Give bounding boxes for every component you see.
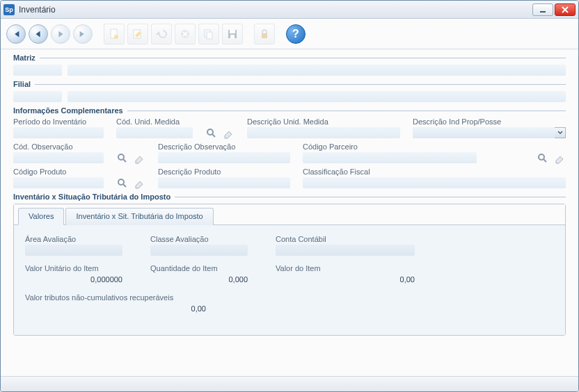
quantidade-value[interactable] — [150, 274, 248, 285]
lock-button[interactable] — [254, 24, 275, 44]
matriz-code-field — [13, 65, 62, 76]
classe-avaliacao-label: Classe Avaliação — [150, 235, 248, 243]
delete-button[interactable] — [175, 24, 196, 44]
copy-button[interactable] — [198, 24, 219, 44]
matriz-desc-field — [68, 65, 566, 76]
periodo-field[interactable] — [13, 127, 104, 138]
desc-unid-label: Descrição Unid. Medida — [247, 117, 400, 126]
search-icon[interactable] — [116, 177, 129, 190]
filial-code-field — [13, 91, 62, 102]
desc-obs-label: Descrição Observação — [158, 142, 290, 151]
tab-situacao-tributaria[interactable]: Inventário x Sit. Tributária do Imposto — [65, 208, 213, 225]
eraser-icon[interactable] — [553, 152, 566, 165]
nav-prev-button[interactable] — [29, 24, 48, 44]
cod-produto-label: Código Produto — [13, 168, 104, 176]
app-window: Sp Inventário ? Matriz — [0, 0, 579, 392]
cod-obs-field[interactable] — [13, 152, 104, 163]
section-filial: Filial — [13, 80, 566, 102]
eraser-icon[interactable] — [133, 177, 145, 190]
matriz-legend: Matriz — [13, 54, 35, 62]
svg-point-13 — [539, 154, 544, 160]
svg-rect-9 — [230, 35, 235, 38]
class-fiscal-field — [303, 177, 566, 188]
cod-unid-label: Cód. Unid. Medida — [116, 117, 193, 126]
section-complementares: Informações Complementares Período do In… — [13, 106, 566, 188]
app-icon: Sp — [3, 4, 15, 15]
desc-produto-field — [158, 177, 290, 188]
cod-obs-label: Cód. Observação — [13, 142, 104, 151]
desc-ind-combo[interactable] — [413, 127, 555, 138]
svg-point-12 — [118, 154, 124, 160]
undo-button[interactable] — [151, 24, 172, 44]
content-area: Matriz Filial Informações Complementares… — [1, 49, 578, 376]
edit-button[interactable] — [127, 24, 148, 44]
svg-rect-0 — [540, 11, 546, 13]
cod-parceiro-field[interactable] — [303, 152, 477, 163]
tab-body-valores: Área Avaliação Classe Avaliação Conta Co… — [14, 225, 565, 335]
conta-contabil-label: Conta Contábil — [276, 235, 415, 243]
statusbar — [1, 376, 578, 391]
cod-produto-field[interactable] — [13, 177, 104, 188]
desc-unid-field — [247, 127, 400, 138]
valor-unitario-value[interactable] — [25, 274, 122, 285]
desc-ind-label: Descrição Ind Prop/Posse — [413, 117, 566, 126]
valor-unitario-label: Valor Unitário do Item — [25, 264, 122, 272]
periodo-label: Período do Inventário — [13, 117, 104, 126]
quantidade-label: Quantidade do Item — [150, 264, 248, 272]
valor-tributos-label: Valor tributos não-cumulativos recuperáv… — [25, 293, 206, 302]
svg-point-11 — [207, 129, 213, 135]
search-icon[interactable] — [537, 152, 549, 165]
valor-tributos-value[interactable] — [25, 303, 206, 314]
classe-avaliacao-field — [150, 245, 248, 256]
chevron-down-icon[interactable] — [555, 127, 566, 138]
nav-last-button[interactable] — [73, 24, 93, 44]
filial-desc-field — [68, 91, 566, 102]
eraser-icon[interactable] — [222, 127, 235, 140]
nav-first-button[interactable] — [6, 24, 26, 44]
titlebar: Sp Inventário — [1, 1, 578, 19]
close-button[interactable] — [555, 3, 576, 16]
desc-obs-field — [158, 152, 290, 163]
minimize-button[interactable] — [532, 3, 553, 16]
conta-contabil-field — [276, 245, 415, 256]
cod-parceiro-label: Código Parceiro — [303, 142, 477, 151]
complementares-legend: Informações Complementares — [13, 106, 123, 115]
tab-valores[interactable]: Valores — [18, 208, 64, 225]
nav-next-button[interactable] — [51, 24, 70, 44]
situacao-legend: Inventário x Situação Tributária do Impo… — [13, 193, 170, 201]
save-button[interactable] — [222, 24, 243, 44]
valor-item-value[interactable] — [276, 274, 415, 285]
svg-point-14 — [118, 179, 124, 185]
eraser-icon[interactable] — [133, 152, 145, 165]
tabs-container: Valores Inventário x Sit. Tributária do … — [13, 204, 566, 336]
filial-legend: Filial — [13, 80, 31, 88]
desc-produto-label: Descrição Produto — [158, 168, 290, 176]
search-icon[interactable] — [205, 127, 218, 140]
area-avaliacao-label: Área Avaliação — [25, 235, 122, 243]
svg-rect-6 — [207, 32, 212, 39]
new-button[interactable] — [104, 24, 125, 44]
svg-rect-10 — [262, 33, 267, 38]
valor-item-label: Valor do Item — [276, 264, 415, 272]
class-fiscal-label: Classificação Fiscal — [303, 168, 566, 176]
area-avaliacao-field — [25, 245, 122, 256]
svg-point-2 — [114, 35, 118, 39]
cod-unid-field[interactable] — [116, 127, 193, 138]
svg-rect-8 — [230, 30, 235, 33]
toolbar: ? — [1, 19, 578, 49]
section-situacao: Inventário x Situação Tributária do Impo… — [13, 193, 566, 336]
section-matriz: Matriz — [13, 54, 566, 76]
help-button[interactable]: ? — [286, 24, 306, 44]
search-icon[interactable] — [116, 152, 129, 165]
window-title: Inventário — [19, 5, 532, 15]
